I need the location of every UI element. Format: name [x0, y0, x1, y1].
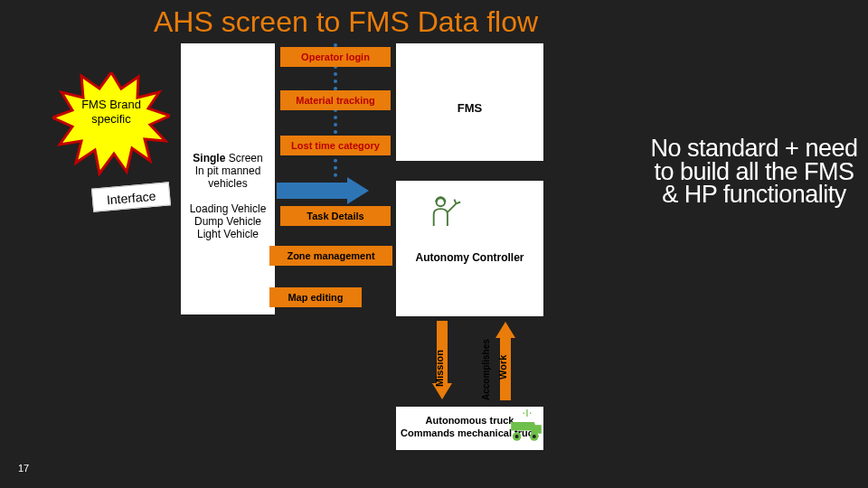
- pill-lost-time: Lost time category: [280, 136, 391, 155]
- worker-icon: [429, 193, 463, 228]
- interface-label: Interface: [91, 182, 171, 211]
- brand-specific-burst: FMS Brand specific: [52, 72, 170, 181]
- fms-panel: FMS: [396, 43, 543, 161]
- truck-icon: [508, 411, 544, 447]
- svg-point-4: [515, 435, 519, 438]
- spacer: [181, 190, 275, 202]
- light-vehicle-line: Light Vehicle: [181, 228, 275, 240]
- slide-title: AHS screen to FMS Data flow: [154, 5, 538, 39]
- mission-label: Mission: [434, 333, 445, 387]
- svg-point-5: [533, 435, 536, 438]
- callout-text: No standard + need to build all the FMS …: [646, 137, 863, 207]
- single-screen-label: Single Screen: [181, 152, 275, 164]
- pill-zone-mgmt: Zone management: [269, 246, 392, 266]
- burst-line2: specific: [52, 112, 170, 127]
- manned-vehicles-panel: Single Screen In pit manned vehicles Loa…: [181, 43, 275, 314]
- pill-operator-login: Operator login: [280, 47, 391, 67]
- work-label: Work: [497, 343, 508, 380]
- inpit-line: In pit manned: [181, 164, 275, 177]
- single-bold: Single: [193, 152, 225, 164]
- screen-rest: Screen: [225, 152, 262, 164]
- vehicles-line: vehicles: [181, 177, 275, 190]
- autonomy-label: Autonomy Controller: [396, 251, 543, 264]
- pill-map-editing: Map editing: [269, 287, 362, 307]
- accomplishes-label: Accomplishes: [481, 324, 491, 400]
- loading-vehicle-line: Loading Vehicle: [181, 202, 275, 215]
- burst-line1: FMS Brand: [52, 98, 170, 112]
- burst-text: FMS Brand specific: [52, 98, 170, 126]
- pill-task-details: Task Details: [280, 206, 391, 226]
- svg-rect-1: [532, 425, 542, 434]
- autonomy-controller-panel: Autonomy Controller: [396, 181, 543, 316]
- fms-label: FMS: [396, 101, 543, 115]
- page-number: 17: [18, 463, 29, 474]
- interface-arrow-icon: [277, 177, 367, 204]
- dump-vehicle-line: Dump Vehicle: [181, 215, 275, 228]
- pill-material-tracking: Material tracking: [280, 90, 391, 110]
